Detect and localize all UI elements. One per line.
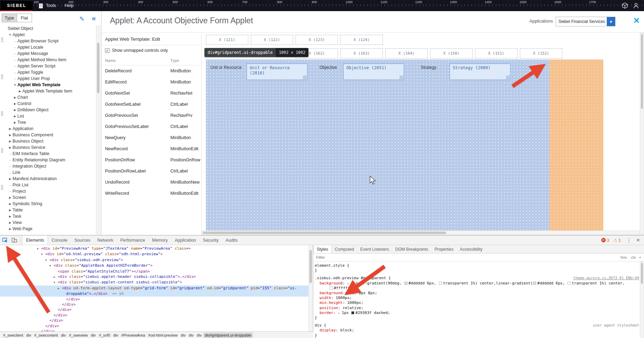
dom-line-7[interactable]: ▶<div od-form-applet-layout od-type="gri… <box>0 285 313 291</box>
devtools-tab-console[interactable]: Console <box>48 235 71 245</box>
error-icon[interactable]: ✕ <box>601 238 606 242</box>
grid-drop-area[interactable] <box>206 59 549 231</box>
cube-icon[interactable] <box>621 2 629 9</box>
collapsed-icon[interactable]: ▶ <box>8 177 13 180</box>
breadcrumb-item[interactable]: div <box>112 332 120 338</box>
canvas-vscrollbar-thumb[interactable] <box>641 34 643 109</box>
collapsed-icon[interactable]: ▶ <box>8 196 13 199</box>
sidebar-scrollbar-thumb[interactable] <box>97 43 99 93</box>
breadcrumb-item[interactable]: div <box>195 332 203 338</box>
collapsed-icon[interactable]: ▶ <box>8 140 13 143</box>
edit-pencil-icon[interactable]: ✎ <box>79 15 84 23</box>
template-row-newrecord[interactable]: NewRecordMiniButtonEdit <box>102 143 201 154</box>
color-swatch[interactable] <box>439 282 442 285</box>
collapsed-icon[interactable]: ▶ <box>8 202 13 206</box>
color-swatch[interactable] <box>351 311 354 314</box>
disclosure-icon[interactable]: ▸ <box>347 282 351 285</box>
color-swatch[interactable] <box>404 282 408 285</box>
placeholder-cell-x-121[interactable]: X (121) <box>206 35 248 45</box>
collapsed-icon[interactable]: ▶ <box>8 127 13 130</box>
resize-handle-icon[interactable] <box>303 75 307 79</box>
resize-handle-icon[interactable] <box>506 75 510 79</box>
expanded-icon[interactable]: ▼ <box>54 280 58 285</box>
styles-scrollbar[interactable] <box>640 261 644 338</box>
placeholder-cell-x-150[interactable]: X (150) <box>430 48 473 58</box>
breadcrumb-item[interactable]: #od-html-preview <box>147 332 179 338</box>
breadcrumb-item[interactable]: div <box>187 332 195 338</box>
user-icon[interactable] <box>632 2 640 9</box>
dom-line-14[interactable]: </div> <box>0 323 313 329</box>
tree-item-list[interactable]: ▶List <box>3 113 95 119</box>
breadcrumb-item[interactable]: #_sweview <box>68 332 89 338</box>
dom-line-12[interactable]: </div> <box>0 313 313 318</box>
tree-item-business-component[interactable]: ▶Business Component <box>3 132 95 138</box>
tree-item-project[interactable]: –Project <box>3 188 95 194</box>
error-count[interactable]: 3 <box>607 238 609 242</box>
breadcrumb-item[interactable]: #_swecontent <box>33 332 59 338</box>
warning-icon[interactable]: ⚠ <box>613 238 618 243</box>
devtools-tab-security[interactable]: Security <box>200 235 222 245</box>
sidebar-scrollbar[interactable] <box>96 26 100 234</box>
devtools-tab-sources[interactable]: Sources <box>71 235 94 245</box>
tree-item-applet-message[interactable]: –Applet Message <box>3 50 95 57</box>
canvas-vscrollbar[interactable] <box>640 33 644 235</box>
dom-line-6[interactable]: ▼<div class="siebui-applet-content siebu… <box>0 280 313 285</box>
dom-line-8[interactable]: droppable">…</div> == $0 <box>0 291 313 296</box>
field-control-strategy[interactable]: Strategy (2089) <box>450 64 510 80</box>
tree-item-applet-toggle[interactable]: –Applet Toggle <box>3 69 95 75</box>
devtools-tab-network[interactable]: Network <box>94 235 117 245</box>
tree-item-applet-web-template-item[interactable]: ▶Applet Web Template Item <box>3 88 95 94</box>
collapsed-icon[interactable]: ▶ <box>13 108 17 112</box>
devtools-tab-application[interactable]: Application <box>171 235 199 245</box>
dom-line-11[interactable]: </div> <box>0 307 313 312</box>
applications-dropdown[interactable]: Siebel Financial Services ▾ <box>556 17 615 26</box>
color-swatch[interactable] <box>567 282 571 285</box>
template-row-gotonextset[interactable]: GotoNextSetRecNavNxt <box>102 88 201 99</box>
breadcrumb-item[interactable]: #_svf0 <box>97 332 111 338</box>
field-control-unit-or-resource[interactable]: Unit or Resource (2016) <box>247 64 307 80</box>
tree-item-link[interactable]: –Link <box>3 169 95 176</box>
styles-tab-dom-breakpoints[interactable]: DOM Breakpoints <box>392 245 432 253</box>
tree-item-web-page[interactable]: ▶Web Page <box>3 226 95 232</box>
template-row-gotonextsetlabel[interactable]: GotoNextSetLabelCtrlLabel <box>102 99 201 110</box>
breadcrumb-item[interactable]: div#gridparent.ui-droppable <box>203 332 253 338</box>
template-row-positiononrow[interactable]: PositionOnRowPositionOnRow <box>102 154 201 166</box>
devtools-close-icon[interactable]: × <box>635 237 641 244</box>
tree-item-symbolic-string[interactable]: ▶Symbolic String <box>3 201 95 207</box>
breadcrumb-item[interactable]: #_sweclient <box>2 332 24 338</box>
breadcrumb-item[interactable]: div <box>59 332 67 338</box>
web-template-title[interactable]: Applet Web Template: Edit <box>102 33 201 45</box>
tree-item-screen[interactable]: ▶Screen <box>3 194 95 201</box>
stylesheet-link[interactable]: theme-aurora.cs…3073 0] ENU:49 <box>573 276 639 280</box>
dom-line-4[interactable]: <span class="AppletStyleChild77"></span> <box>0 269 313 274</box>
warning-count[interactable]: 1 <box>619 238 621 242</box>
dom-line-15[interactable]: </div> <box>0 329 313 331</box>
template-row-undorecord[interactable]: UndoRecordMiniButtonNew <box>102 177 201 188</box>
breadcrumb-item[interactable]: #PreviewArea <box>120 332 146 338</box>
css-declaration[interactable]: background: ▸ linear-gradient(90deg, #dd… <box>315 281 639 286</box>
collapsed-icon[interactable]: ▶ <box>13 102 17 105</box>
show-unmapped-checkbox[interactable]: ✓ <box>105 48 110 53</box>
menu-tools[interactable]: Tools <box>46 3 56 8</box>
tree-item-applet-browser-script[interactable]: –Applet Browser Script <box>3 38 95 44</box>
tree-item-eim-interface-table[interactable]: –EIM Interface Table <box>3 151 95 157</box>
template-row-editrecord[interactable]: EditRecordMiniButton <box>102 77 201 88</box>
breadcrumb-item[interactable]: div <box>25 332 32 338</box>
field-control-objective[interactable]: Objective (2051) <box>343 64 404 80</box>
dom-line-0[interactable]: ▼<div id="PreviewArea" type="JTextArea" … <box>0 246 313 251</box>
collapsed-icon[interactable]: ▶ <box>13 115 17 118</box>
devtools-tab-audits[interactable]: Audits <box>222 235 241 245</box>
template-row-gotopreviousset[interactable]: GotoPreviousSetRecNavPrv <box>102 110 201 121</box>
collapsed-icon[interactable]: ▶ <box>8 221 13 224</box>
tree-item-table[interactable]: ▶Table <box>3 207 95 213</box>
expanded-icon[interactable]: ▼ <box>45 258 49 263</box>
styles-tab-properties[interactable]: Properties <box>431 245 457 253</box>
template-row-writerecord[interactable]: WriteRecordMiniButtonEdit <box>102 188 201 199</box>
collapsed-icon[interactable]: ▶ <box>58 286 62 291</box>
css-declaration[interactable]: position: relative; <box>315 306 639 311</box>
tree-item-integration-object[interactable]: –Integration Object <box>3 163 95 169</box>
collapsed-icon[interactable]: ▶ <box>8 215 13 218</box>
color-swatch[interactable] <box>533 282 536 285</box>
expanded-icon[interactable]: ▼ <box>41 252 45 257</box>
expanded-icon[interactable]: ▼ <box>13 83 17 87</box>
